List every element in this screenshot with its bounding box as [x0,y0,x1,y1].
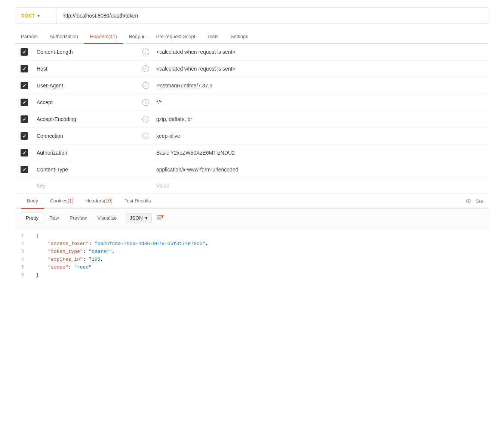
checkmark-icon: ✓ [22,66,27,71]
header-key: Accept [34,94,138,111]
header-key: User-Agent [34,77,138,94]
table-row: ✓Accept-Encodingigzip, deflate, br [15,111,489,128]
info-icon[interactable]: i [142,49,149,55]
checkmark-icon: ✓ [22,50,27,55]
header-key[interactable]: Key [34,178,138,193]
body-dot-icon [142,35,144,38]
response-tabs: Body Cookies(1) Headers(10) Test Results… [15,193,489,209]
format-tabs: Pretty Raw Preview Visualize JSON ▾ [15,209,489,227]
tab-body[interactable]: Body [123,30,150,44]
response-tab-test-results[interactable]: Test Results [119,193,157,209]
code-line: 4"expires_in": 7199, [15,255,489,263]
checkmark-icon: ✓ [22,100,27,105]
info-icon[interactable]: i [142,133,149,139]
table-row: ✓User-AgentiPostmanRuntime/7.37.3 [15,77,489,94]
checkmark-icon: ✓ [22,83,27,88]
header-value: application/x-www-form-urlencoded [153,161,489,178]
header-checkbox[interactable]: ✓ [21,65,28,72]
header-key: Content-Type [34,161,138,178]
wrap-button[interactable] [156,214,165,222]
header-value: keep-alive [153,128,489,145]
header-checkbox[interactable]: ✓ [21,149,28,156]
checkmark-icon: ✓ [22,134,27,139]
header-checkbox[interactable]: ✓ [21,132,28,140]
table-row: ✓Content-Typeapplication/x-www-form-urle… [15,161,489,178]
tab-params[interactable]: Params [15,30,44,44]
code-line: 6} [15,271,489,279]
request-tabs: Params Authorization Headers(11) Body Pr… [15,30,489,44]
code-line: 3"token_type": "bearer", [15,248,489,255]
header-key: Content-Length [34,44,138,61]
response-section: Body Cookies(1) Headers(10) Test Results… [15,193,489,283]
json-type-selector[interactable]: JSON ▾ [126,213,152,223]
code-line: 2"access_token": "ba26fcba-70c9-4d36-967… [15,240,489,248]
header-key: Connection [34,128,138,145]
table-row: KeyValue [15,178,489,193]
tab-tests[interactable]: Tests [201,30,224,44]
response-tab-body[interactable]: Body [21,193,44,209]
tab-headers[interactable]: Headers(11) [84,30,123,44]
format-tab-preview[interactable]: Preview [65,213,91,223]
header-checkbox[interactable]: ✓ [21,99,28,106]
json-chevron-icon: ▾ [145,215,148,221]
tab-authorization[interactable]: Authorization [44,30,84,44]
brace-icon: } [36,272,39,278]
header-key: Accept-Encoding [34,111,138,128]
header-checkbox[interactable]: ✓ [21,48,28,56]
header-value: <calculated when request is sent> [153,44,489,61]
method-label: POST [21,13,34,19]
header-key: Authorization [34,145,138,161]
header-value: */* [153,94,489,111]
header-value[interactable]: Value [153,178,489,193]
table-row: ✓AuthorizationBasic Y2xpZW50XzE6MTIzNDU2 [15,145,489,161]
table-row: ✓Hosti<calculated when request is sent> [15,61,489,77]
header-value: gzip, deflate, br [153,111,489,128]
status-text: Sta [476,198,483,204]
table-row: ✓Content-Lengthi<calculated when request… [15,44,489,61]
globe-icon[interactable]: ⊕ [465,197,471,205]
info-icon[interactable]: i [142,82,149,89]
url-bar: POST ▾ [15,7,489,24]
format-tab-visualize[interactable]: Visualize [93,213,121,223]
info-icon[interactable]: i [142,99,149,106]
brace-icon: { [36,233,39,239]
format-tab-pretty[interactable]: Pretty [21,213,43,223]
tab-settings[interactable]: Settings [225,30,254,44]
tab-pre-request-script[interactable]: Pre-request Script [150,30,202,44]
header-key: Host [34,61,138,77]
response-tab-right-area: ⊕ Sta [465,197,483,205]
checkmark-icon: ✓ [22,167,27,172]
table-row: ✓Accepti*/* [15,94,489,111]
header-value: Basic Y2xpZW50XzE6MTIzNDU2 [153,145,489,161]
checkmark-icon: ✓ [22,151,27,155]
header-value: PostmanRuntime/7.37.3 [153,77,489,94]
header-checkbox[interactable]: ✓ [21,115,28,123]
url-input[interactable] [56,13,489,19]
json-response-body: 1{2"access_token": "ba26fcba-70c9-4d36-9… [15,227,489,283]
chevron-down-icon: ▾ [37,13,40,18]
response-tab-headers[interactable]: Headers(10) [80,193,119,209]
response-tab-cookies[interactable]: Cookies(1) [44,193,80,209]
checkmark-icon: ✓ [22,117,27,122]
format-tab-raw[interactable]: Raw [45,213,64,223]
info-icon[interactable]: i [142,116,149,123]
header-checkbox[interactable]: ✓ [21,82,28,89]
code-line: 5"scope": "read" [15,263,489,271]
header-value: <calculated when request is sent> [153,61,489,77]
table-row: ✓Connectionikeep-alive [15,128,489,145]
header-checkbox[interactable]: ✓ [21,166,28,173]
method-selector[interactable]: POST ▾ [15,8,56,24]
info-icon[interactable]: i [142,65,149,72]
headers-table: ✓Content-Lengthi<calculated when request… [15,44,489,193]
code-line: 1{ [15,232,489,240]
